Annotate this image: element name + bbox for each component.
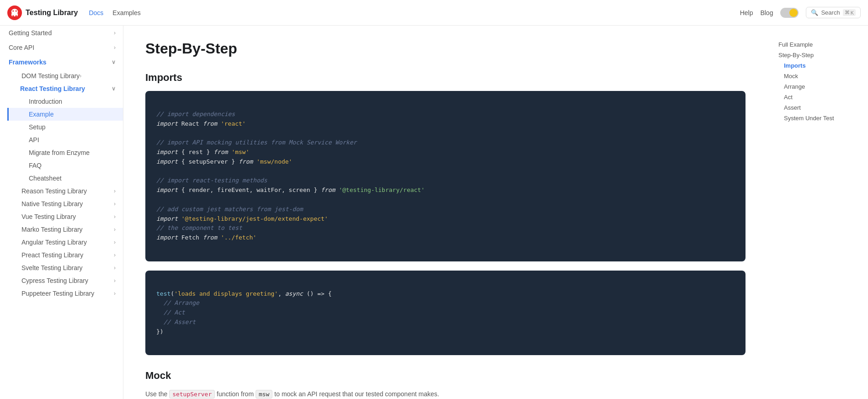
- top-nav: Testing Library Docs Examples Help Blog …: [0, 0, 868, 26]
- sidebar-item-getting-started[interactable]: Getting Started ›: [0, 26, 123, 40]
- search-icon: 🔍: [811, 9, 818, 16]
- toc-item-arrange[interactable]: Arrange: [775, 81, 861, 92]
- sidebar-migrate-label: Migrate from Enzyme: [29, 149, 90, 156]
- mock-description: Use the setupServer function from msw to…: [145, 389, 746, 399]
- imports-section-title: Imports: [145, 72, 746, 84]
- nav-docs-link[interactable]: Docs: [89, 9, 103, 16]
- nav-logo[interactable]: Testing Library: [7, 5, 78, 20]
- sidebar-item-api[interactable]: API: [7, 133, 123, 146]
- nav-examples-link[interactable]: Examples: [112, 9, 140, 16]
- sidebar-cypress-label: Cypress Testing Library: [21, 277, 88, 284]
- sidebar-item-native-testing-library[interactable]: Native Testing Library ›: [7, 197, 123, 210]
- sidebar-item-core-api-label: Core API: [9, 44, 34, 51]
- sidebar-item-vue-testing-library[interactable]: Vue Testing Library ›: [7, 210, 123, 223]
- sidebar-item-cypress-testing-library[interactable]: Cypress Testing Library ›: [7, 274, 123, 287]
- sidebar-item-migrate-enzyme[interactable]: Migrate from Enzyme: [7, 146, 123, 159]
- sidebar-frameworks-sub: DOM Testing Library › React Testing Libr…: [0, 69, 123, 300]
- sidebar-setup-label: Setup: [29, 123, 46, 131]
- sidebar-item-core-api[interactable]: Core API ›: [0, 40, 123, 55]
- svg-point-3: [16, 10, 17, 11]
- sidebar-item-marko-testing-library[interactable]: Marko Testing Library ›: [7, 223, 123, 236]
- sidebar: Getting Started › Core API › Frameworks …: [0, 26, 123, 399]
- sidebar-native-label: Native Testing Library: [21, 200, 83, 207]
- chevron-right-icon: ›: [114, 265, 116, 271]
- chevron-down-icon: ∨: [112, 85, 116, 92]
- search-box[interactable]: 🔍 Search ⌘ K: [806, 7, 861, 18]
- toc-item-mock[interactable]: Mock: [775, 71, 861, 81]
- search-label: Search: [821, 9, 840, 16]
- sidebar-api-label: API: [29, 136, 39, 144]
- sidebar-puppeteer-label: Puppeteer Testing Library: [21, 290, 94, 297]
- sidebar-item-angular-testing-library[interactable]: Angular Testing Library ›: [7, 236, 123, 249]
- sidebar-item-setup[interactable]: Setup: [7, 121, 123, 133]
- nav-blog-link[interactable]: Blog: [760, 9, 773, 16]
- sidebar-item-faq[interactable]: FAQ: [7, 159, 123, 172]
- chevron-right-icon: ›: [114, 290, 116, 297]
- chevron-down-icon: ∨: [112, 59, 116, 65]
- chevron-right-icon: ›: [114, 30, 116, 36]
- sidebar-item-svelte-testing-library[interactable]: Svelte Testing Library ›: [7, 261, 123, 274]
- dark-mode-toggle[interactable]: [780, 8, 799, 18]
- right-toc: Full Example Step-By-Step Imports Mock A…: [767, 32, 868, 131]
- sidebar-svelte-label: Svelte Testing Library: [21, 264, 83, 271]
- chevron-right-icon: ›: [114, 44, 116, 51]
- sidebar-item-reason-testing-library[interactable]: Reason Testing Library ›: [7, 185, 123, 197]
- sidebar-item-example[interactable]: Example: [7, 108, 123, 121]
- nav-help-link[interactable]: Help: [740, 9, 753, 16]
- kbd-cmd: ⌘: [845, 10, 850, 16]
- sidebar-item-introduction[interactable]: Introduction: [7, 95, 123, 108]
- mock-section-title: Mock: [145, 370, 746, 382]
- imports-code-block-2: test('loads and displays greeting', asyn…: [145, 271, 746, 356]
- page-title: Step-By-Step: [145, 40, 746, 57]
- msw-code: msw: [256, 390, 272, 399]
- chevron-right-icon: ›: [114, 213, 116, 220]
- main-content: Step-By-Step Imports // import dependenc…: [123, 26, 767, 399]
- chevron-right-icon: ›: [114, 252, 116, 258]
- sidebar-faq-label: FAQ: [29, 162, 42, 169]
- nav-links: Docs Examples: [89, 9, 140, 16]
- chevron-right-icon: ›: [114, 239, 116, 245]
- svg-point-2: [12, 10, 14, 11]
- sidebar-item-getting-started-label: Getting Started: [9, 29, 52, 37]
- sidebar-example-label: Example: [29, 111, 53, 118]
- nav-logo-text: Testing Library: [26, 9, 78, 17]
- chevron-right-icon: ›: [114, 201, 116, 207]
- sidebar-introduction-label: Introduction: [29, 98, 62, 105]
- chevron-right-icon: ›: [114, 277, 116, 284]
- toc-item-system-under-test[interactable]: System Under Test: [775, 113, 861, 123]
- octopus-logo-icon: [7, 5, 22, 20]
- sidebar-marko-label: Marko Testing Library: [21, 226, 83, 233]
- toc-item-act[interactable]: Act: [775, 92, 861, 102]
- chevron-right-icon: ›: [80, 73, 81, 79]
- toc-item-assert[interactable]: Assert: [775, 102, 861, 113]
- sidebar-react-label: React Testing Library: [20, 85, 85, 92]
- sidebar-item-react-testing-library[interactable]: React Testing Library ∨: [7, 82, 123, 95]
- toggle-knob: [789, 9, 798, 17]
- chevron-right-icon: ›: [114, 226, 116, 233]
- toc-item-step-by-step[interactable]: Step-By-Step: [775, 50, 861, 60]
- sidebar-reason-label: Reason Testing Library: [21, 187, 87, 195]
- sidebar-item-preact-testing-library[interactable]: Preact Testing Library ›: [7, 249, 123, 261]
- setup-server-code: setupServer: [169, 390, 215, 399]
- sidebar-dom-label: DOM Testing Library: [21, 72, 80, 80]
- toc-item-full-example[interactable]: Full Example: [775, 39, 861, 50]
- toc-item-imports[interactable]: Imports: [775, 60, 861, 71]
- main-layout: Getting Started › Core API › Frameworks …: [0, 26, 868, 399]
- sidebar-vue-label: Vue Testing Library: [21, 213, 76, 220]
- sidebar-item-dom-testing-library[interactable]: DOM Testing Library ›: [7, 69, 123, 82]
- sidebar-item-cheatsheet[interactable]: Cheatsheet: [7, 172, 123, 185]
- search-kbd: ⌘ K: [843, 9, 856, 16]
- chevron-right-icon: ›: [114, 188, 116, 194]
- sidebar-preact-label: Preact Testing Library: [21, 251, 83, 259]
- sidebar-cheatsheet-label: Cheatsheet: [29, 175, 62, 182]
- sidebar-react-sub: Introduction Example Setup API Migrate f…: [7, 95, 123, 185]
- kbd-k: K: [851, 10, 854, 16]
- sidebar-item-frameworks[interactable]: Frameworks ∨: [0, 55, 123, 69]
- sidebar-item-puppeteer-testing-library[interactable]: Puppeteer Testing Library ›: [7, 287, 123, 300]
- nav-right: Help Blog 🔍 Search ⌘ K: [740, 7, 861, 18]
- sidebar-item-frameworks-label: Frameworks: [9, 59, 46, 66]
- sidebar-angular-label: Angular Testing Library: [21, 239, 87, 246]
- imports-code-block-1: // import dependencies import React from…: [145, 91, 746, 261]
